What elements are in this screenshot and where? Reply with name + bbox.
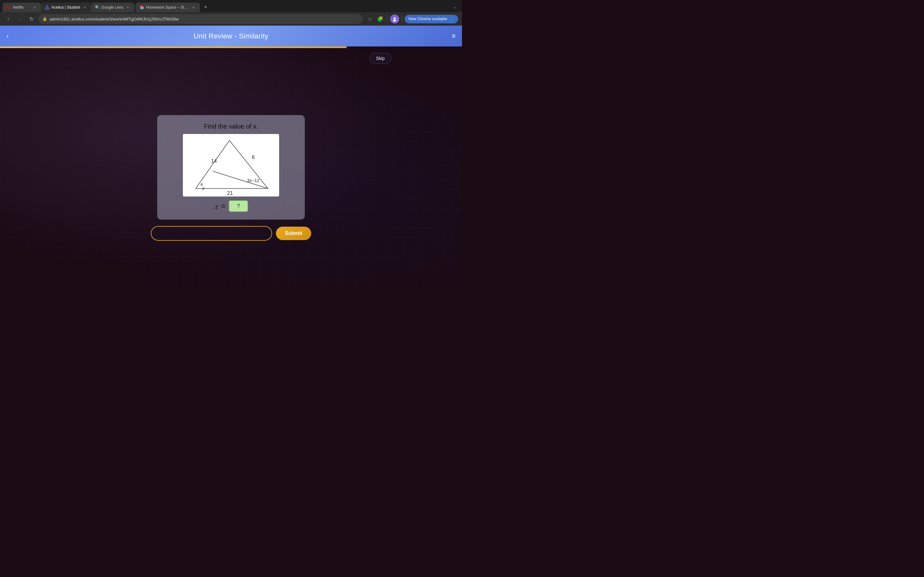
input-row: Submit (151, 226, 311, 241)
tab-acellus-close[interactable]: ✕ (82, 5, 87, 10)
answer-x-label: 𝑥 (214, 201, 218, 211)
bookmark-icon[interactable]: ☆ (365, 15, 375, 23)
chrome-update-label: New Chrome available (409, 17, 447, 21)
answer-display: 𝑥 = ? (214, 200, 248, 212)
netflix-favicon: N (6, 5, 11, 10)
page-title: Unit Review - Similarity (194, 32, 268, 40)
tab-google-lens-label: Google Lens (102, 5, 123, 10)
url-bar[interactable]: 🔒 admin192c.acellus.com/student/3/work/4… (39, 14, 363, 24)
question-prompt: Find the value of x. (204, 123, 258, 130)
answer-placeholder: ? (237, 203, 240, 210)
tab-acellus-label: Acellus | Student (51, 5, 80, 10)
tab-studyx-label: Homework Space – StudyX (146, 5, 189, 10)
reload-button[interactable]: ↻ (27, 15, 36, 23)
question-card: Find the value of x. (157, 115, 305, 219)
svg-point-1 (394, 17, 396, 19)
svg-text:14: 14 (211, 158, 217, 164)
header-back-button[interactable]: ‹ (6, 32, 9, 40)
triangle-diagram: 6 14 3x−12 21 θ θ (183, 134, 279, 197)
forward-button[interactable]: › (15, 15, 24, 23)
answer-input[interactable] (151, 226, 272, 241)
tab-acellus[interactable]: Acellus | Student ✕ (41, 3, 91, 12)
toolbar-separator-2 (402, 16, 402, 22)
svg-text:θ: θ (202, 186, 204, 191)
acellus-favicon (45, 5, 49, 10)
header-menu-button[interactable]: ≡ (452, 32, 456, 40)
extensions-icon[interactable]: 🧩 (376, 15, 384, 23)
url-text: admin192c.acellus.com/student/3/work/4MT… (50, 17, 359, 21)
profile-button[interactable] (390, 15, 399, 23)
tab-bar: N Netflix ✕ Acellus | Student ✕ 🔍 Google… (0, 0, 462, 12)
svg-text:21: 21 (227, 190, 233, 196)
tab-studyx-close[interactable]: ✕ (191, 5, 196, 10)
tab-netflix-label: Netflix (13, 5, 30, 10)
main-content: ‹ Unit Review - Similarity ≡ Skip Find t… (0, 26, 462, 288)
content-area: Find the value of x. (0, 48, 462, 288)
tab-google-lens[interactable]: 🔍 Google Lens ✕ (91, 3, 134, 12)
chrome-update-menu-icon[interactable]: ⋮ (449, 16, 454, 22)
progress-bar-container (0, 47, 462, 48)
lock-icon: 🔒 (42, 17, 47, 21)
answer-equals: = (221, 201, 226, 211)
svg-text:6: 6 (252, 155, 255, 160)
progress-bar-fill (0, 47, 347, 48)
tab-netflix-close[interactable]: ✕ (32, 5, 37, 10)
studyx-favicon: 📚 (140, 5, 144, 10)
tab-google-lens-close[interactable]: ✕ (125, 5, 130, 10)
answer-box: ? (229, 200, 248, 212)
chrome-update-button[interactable]: New Chrome available ⋮ (405, 15, 458, 23)
back-button[interactable]: ‹ (4, 15, 13, 23)
svg-point-2 (393, 19, 396, 21)
tab-separator (135, 4, 135, 10)
svg-text:3x−12: 3x−12 (247, 178, 260, 183)
google-lens-favicon: 🔍 (95, 5, 99, 10)
address-bar: ‹ › ↻ 🔒 admin192c.acellus.com/student/3/… (0, 12, 462, 26)
tab-netflix[interactable]: N Netflix ✕ (3, 3, 41, 12)
tab-studyx[interactable]: 📚 Homework Space – StudyX ✕ (136, 3, 200, 12)
expand-tabs-button[interactable]: ⌄ (451, 3, 459, 11)
toolbar-icons: ☆ 🧩 New Chrome available ⋮ (365, 15, 458, 23)
new-tab-button[interactable]: + (201, 3, 210, 11)
question-text: Find the value of x. (204, 123, 258, 130)
browser-chrome: N Netflix ✕ Acellus | Student ✕ 🔍 Google… (0, 0, 462, 26)
toolbar-separator (387, 16, 388, 22)
submit-button[interactable]: Submit (276, 227, 311, 240)
acellus-header: ‹ Unit Review - Similarity ≡ (0, 26, 462, 47)
